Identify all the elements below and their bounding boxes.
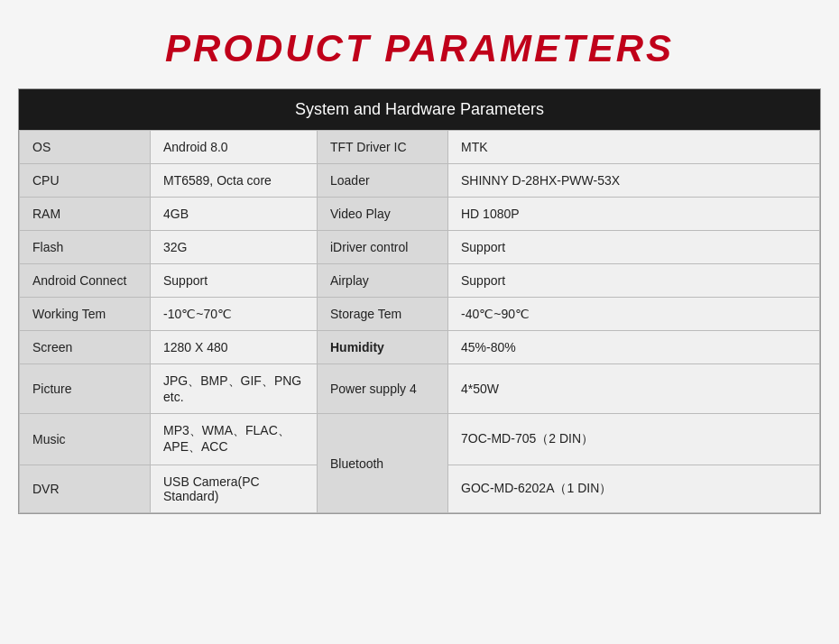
table-row: Flash32GiDriver controlSupport [20,231,820,264]
param-value-right: -40℃~90℃ [448,298,820,331]
param-value-left: 1280 X 480 [151,331,318,364]
param-value-left: -10℃~70℃ [151,298,318,331]
param-label-right: Power supply 4 [318,364,448,414]
param-label-left: Android Connect [20,264,151,298]
param-value-left: MP3、WMA、FLAC、APE、ACC [151,414,318,465]
param-label-left: OS [20,131,151,164]
param-value-right: GOC-MD-6202A（1 DIN） [448,465,820,513]
param-value-left: JPG、BMP、GIF、PNG etc. [151,364,318,414]
param-value-left: Support [151,264,318,298]
param-label-left: Music [20,414,151,465]
param-label-right: Airplay [318,264,448,298]
param-value-left: MT6589, Octa core [151,164,318,198]
table-row: Working Tem-10℃~70℃Storage Tem-40℃~90℃ [20,298,820,331]
table-row: CPUMT6589, Octa coreLoaderSHINNY D-28HX-… [20,164,820,198]
param-label-right: Video Play [318,198,448,231]
param-label-left: CPU [20,164,151,198]
param-label-left: DVR [20,465,151,513]
param-value-right: Support [448,264,820,298]
param-value-right: SHINNY D-28HX-PWW-53X [448,164,820,198]
param-value-left: 32G [151,231,318,264]
param-label-right: TFT Driver IC [318,131,448,164]
param-label-left: Flash [20,231,151,264]
table-header: System and Hardware Parameters [19,89,820,130]
param-value-left: 4GB [151,198,318,231]
table-row: Android ConnectSupportAirplaySupport [20,264,820,298]
param-label-left: Working Tem [20,298,151,331]
param-value-left: Android 8.0 [151,131,318,164]
param-label-right: iDriver control [318,231,448,264]
param-label-right: Humidity [318,331,448,364]
param-label-right: Bluetooth [318,414,448,513]
param-value-right: 45%-80% [448,331,820,364]
param-label-left: RAM [20,198,151,231]
param-value-right: MTK [448,131,820,164]
page-title: PRODUCT PARAMETERS [18,27,821,70]
table-row: PictureJPG、BMP、GIF、PNG etc.Power supply … [20,364,820,414]
product-parameters-table: System and Hardware Parameters OSAndroid… [18,88,821,514]
param-label-right: Loader [318,164,448,198]
table-row: RAM4GBVideo PlayHD 1080P [20,198,820,231]
table-row: OSAndroid 8.0TFT Driver ICMTK [20,131,820,164]
table-row: Screen1280 X 480Humidity45%-80% [20,331,820,364]
parameters-table: OSAndroid 8.0TFT Driver ICMTKCPUMT6589, … [19,130,820,513]
param-value-right: HD 1080P [448,198,820,231]
param-value-right: 7OC-MD-705（2 DIN） [448,414,820,465]
param-value-left: USB Camera(PC Standard) [151,465,318,513]
param-value-right: 4*50W [448,364,820,414]
param-label-left: Screen [20,331,151,364]
param-label-right: Storage Tem [318,298,448,331]
param-value-right: Support [448,231,820,264]
param-label-left: Picture [20,364,151,414]
table-row: MusicMP3、WMA、FLAC、APE、ACCBluetooth7OC-MD… [20,414,820,465]
